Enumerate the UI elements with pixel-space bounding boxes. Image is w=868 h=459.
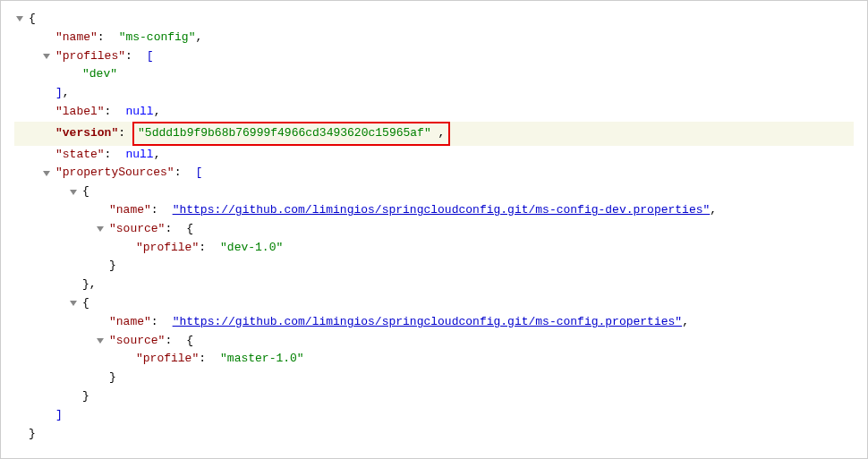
brace-open: { — [82, 183, 89, 201]
brace-open: { — [29, 10, 36, 29]
row-ps1-name: "name" : "https://github.com/limingios/s… — [14, 313, 854, 332]
key-name: "name" — [109, 201, 151, 220]
row-ps0-open: { — [14, 183, 854, 201]
brace-close: } — [109, 369, 116, 387]
key-label: "label" — [55, 103, 105, 122]
brace-close: } — [82, 387, 89, 406]
row-ps0-source-close: } — [14, 257, 854, 276]
key-name: "name" — [55, 29, 98, 47]
row-root-open: { — [14, 10, 854, 29]
row-profiles-close: ] , — [14, 84, 854, 103]
brace-open: { — [82, 294, 89, 313]
toggle-icon[interactable] — [41, 51, 52, 62]
bracket-open: [ — [147, 47, 154, 66]
row-ps0-profile: "profile" : "dev-1.0" — [14, 239, 854, 258]
brace-open: { — [186, 332, 193, 351]
value-dev: "dev" — [82, 65, 117, 84]
key-source: "source" — [109, 220, 165, 239]
bracket-open: [ — [195, 164, 202, 183]
row-label: "label" : null , — [14, 103, 854, 122]
key-property-sources: "propertySources" — [55, 164, 174, 183]
row-ps1-profile: "profile" : "master-1.0" — [14, 350, 854, 369]
json-tree-root: { "name" : "ms-config" , "profiles" : [ … — [14, 10, 854, 443]
toggle-icon[interactable] — [68, 187, 79, 198]
row-ps1-close: } — [14, 387, 854, 406]
row-ps0-name: "name" : "https://github.com/limingios/s… — [14, 201, 854, 220]
key-source: "source" — [109, 332, 165, 351]
value-null: null — [125, 146, 153, 165]
value-ms-config: "ms-config" — [119, 29, 196, 47]
row-ps1-source: "source" : { — [14, 332, 854, 351]
value-master10: "master-1.0" — [220, 350, 304, 369]
value-null: null — [125, 103, 153, 122]
row-property-sources: "propertySources" : [ — [14, 164, 854, 183]
row-ps0-close: } , — [14, 276, 854, 294]
link-url[interactable]: "https://github.com/limingios/springclou… — [173, 313, 683, 332]
value-version-hash: "5ddd1b9f9b68b76999f4966cd3493620c15965a… — [138, 126, 431, 140]
row-state: "state" : null , — [14, 146, 854, 165]
row-ps1-source-close: } — [14, 369, 854, 387]
toggle-icon[interactable] — [41, 168, 52, 179]
value-dev10: "dev-1.0" — [220, 239, 283, 258]
brace-open: { — [186, 220, 193, 239]
key-name: "name" — [109, 313, 151, 332]
row-profiles: "profiles" : [ — [14, 47, 854, 66]
bracket-close: ] — [55, 84, 63, 103]
toggle-icon[interactable] — [68, 298, 79, 309]
row-version: "version" : "5ddd1b9f9b68b76999f4966cd34… — [14, 122, 854, 146]
key-profile: "profile" — [136, 350, 199, 369]
highlight-box: "5ddd1b9f9b68b76999f4966cd3493620c15965a… — [132, 122, 450, 146]
key-profiles: "profiles" — [55, 47, 125, 66]
link-url[interactable]: "https://github.com/limingios/springclou… — [173, 201, 711, 220]
toggle-icon[interactable] — [95, 224, 106, 234]
row-property-sources-close: ] — [14, 406, 854, 425]
row-ps1-open: { — [14, 294, 854, 313]
key-profile: "profile" — [136, 239, 199, 258]
row-ps0-source: "source" : { — [14, 220, 854, 239]
row-name: "name" : "ms-config" , — [14, 29, 854, 47]
bracket-close: ] — [55, 406, 63, 425]
row-root-close: } — [14, 425, 854, 444]
key-state: "state" — [55, 146, 105, 165]
brace-close: } — [109, 257, 116, 276]
toggle-icon[interactable] — [95, 336, 106, 346]
toggle-icon[interactable] — [14, 13, 25, 24]
brace-close: } — [82, 276, 89, 294]
row-dev: "dev" — [14, 65, 854, 84]
brace-close: } — [29, 425, 36, 444]
key-version: "version" — [55, 124, 118, 143]
